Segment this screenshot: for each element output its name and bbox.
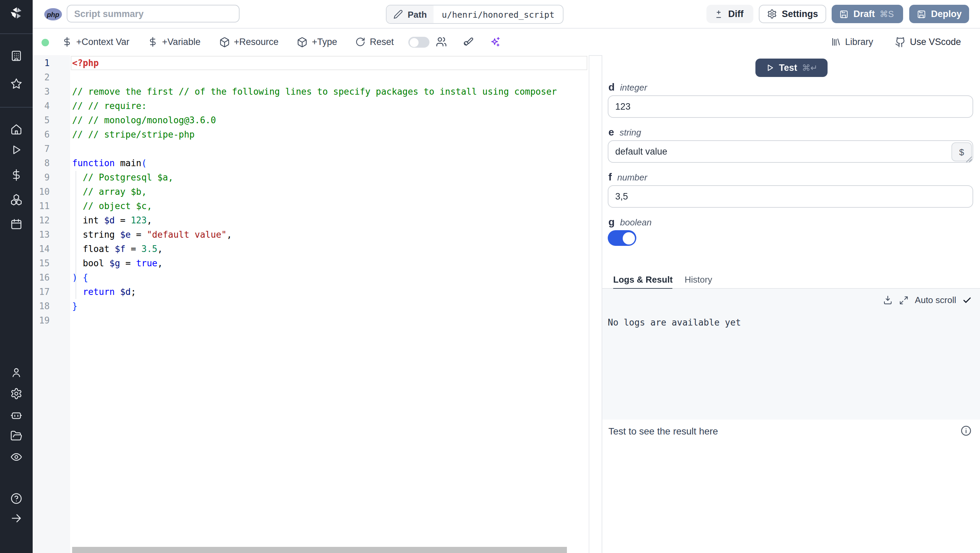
- format-brush-icon[interactable]: [462, 36, 474, 48]
- settings-gear-icon[interactable]: [10, 387, 22, 400]
- sidebar-divider: [0, 107, 33, 108]
- favorites-star-icon[interactable]: [10, 78, 22, 90]
- field-toggle-g[interactable]: [608, 230, 636, 246]
- path-label: Path: [408, 9, 427, 19]
- workers-robot-icon[interactable]: [10, 409, 22, 422]
- settings-button[interactable]: Settings: [759, 5, 826, 23]
- schedules-calendar-icon[interactable]: [10, 218, 22, 230]
- multiplayer-toggle[interactable]: [408, 37, 430, 48]
- add-resource-button[interactable]: +Resource: [219, 37, 278, 47]
- user-icon[interactable]: [10, 367, 22, 379]
- field-input-d[interactable]: [608, 96, 973, 118]
- home-icon[interactable]: [10, 123, 22, 135]
- add-context-var-button[interactable]: +Context Var: [62, 37, 129, 47]
- auto-scroll-label[interactable]: Auto scroll: [915, 295, 956, 305]
- gear-icon: [767, 9, 777, 19]
- deploy-button[interactable]: Deploy: [909, 5, 969, 23]
- draft-shortcut: ⌘S: [880, 9, 894, 19]
- field-type: boolean: [620, 217, 652, 228]
- code-line[interactable]: 11 // object $c,: [33, 199, 589, 213]
- script-summary-input[interactable]: [67, 5, 240, 22]
- pencil-icon: [393, 10, 403, 19]
- code-line[interactable]: 15 bool $g = true,: [33, 256, 589, 270]
- library-button[interactable]: Library: [830, 37, 873, 47]
- code-line[interactable]: 9 // Postgresql $a,: [33, 170, 589, 185]
- code-line[interactable]: 13 string $e = "default value",: [33, 228, 589, 242]
- add-type-button[interactable]: +Type: [297, 37, 337, 47]
- horizontal-scrollbar[interactable]: [72, 547, 567, 553]
- draft-button[interactable]: Draft ⌘S: [832, 5, 903, 23]
- collaborators-icon[interactable]: [436, 36, 447, 48]
- code-line[interactable]: 2: [33, 70, 589, 84]
- editor-toolbar: +Context Var +Variable +Resource +Type R…: [33, 29, 980, 56]
- code-line[interactable]: 14 float $f = 3.5,: [33, 242, 589, 256]
- workspace-icon[interactable]: [10, 50, 22, 62]
- line-number: 2: [33, 70, 50, 84]
- line-number: 8: [33, 156, 50, 170]
- variables-dollar-icon[interactable]: [10, 169, 22, 181]
- line-number: 18: [33, 299, 50, 313]
- field-input-e[interactable]: default value: [608, 140, 973, 163]
- test-button-label: Test: [779, 63, 797, 73]
- line-number: 13: [33, 228, 50, 242]
- code-line[interactable]: 3// remove the first // of the following…: [33, 84, 589, 99]
- code-editor[interactable]: 1<?php23// remove the first // of the fo…: [33, 55, 589, 553]
- expand-logs-icon[interactable]: [899, 295, 909, 305]
- windmill-logo-icon[interactable]: [10, 7, 22, 19]
- info-icon[interactable]: [960, 425, 972, 437]
- code-line[interactable]: 6// // stripe/stripe-php: [33, 127, 589, 142]
- resize-handle-icon[interactable]: [966, 156, 972, 163]
- code-line[interactable]: 16) {: [33, 270, 589, 285]
- line-number: 7: [33, 142, 50, 156]
- code-line[interactable]: 8function main(: [33, 156, 589, 170]
- package-icon: [219, 37, 230, 47]
- reset-button[interactable]: Reset: [356, 37, 394, 47]
- toggle-knob: [622, 232, 635, 244]
- field-type: number: [617, 172, 647, 183]
- reset-label: Reset: [370, 37, 394, 47]
- test-button[interactable]: Test ⌘↵: [756, 59, 827, 77]
- path-button[interactable]: Path u/henri/honored_script: [386, 5, 563, 24]
- folders-icon[interactable]: [10, 430, 22, 442]
- diff-button[interactable]: Diff: [706, 5, 753, 23]
- sidebar: [0, 0, 33, 553]
- line-number: 15: [33, 256, 50, 270]
- code-line[interactable]: 12 int $d = 123,: [33, 213, 589, 228]
- code-line[interactable]: 17 return $d;: [33, 285, 589, 299]
- line-number: 3: [33, 84, 50, 99]
- audit-logs-eye-icon[interactable]: [10, 451, 22, 463]
- download-logs-icon[interactable]: [883, 295, 893, 305]
- tab-logs-result[interactable]: Logs & Result: [613, 270, 673, 289]
- toggle-knob: [409, 38, 418, 47]
- add-resource-label: +Resource: [234, 37, 278, 47]
- code-line[interactable]: 1<?php: [33, 56, 589, 70]
- logs-empty-message: No logs are available yet: [608, 317, 741, 328]
- auto-scroll-check-icon[interactable]: [962, 295, 972, 305]
- code-line[interactable]: 7: [33, 142, 589, 156]
- save-icon: [917, 9, 926, 19]
- php-language-badge: php: [44, 8, 62, 21]
- ai-sparkles-icon[interactable]: [489, 36, 501, 48]
- diff-icon: [714, 9, 724, 19]
- expand-sidebar-arrow-icon[interactable]: [10, 512, 22, 524]
- tab-history[interactable]: History: [685, 270, 712, 288]
- code-line[interactable]: 19: [33, 313, 589, 328]
- resources-cubes-icon[interactable]: [10, 193, 22, 206]
- code-line[interactable]: 10 // array $b,: [33, 185, 589, 199]
- path-value: u/henri/honored_script: [434, 5, 563, 23]
- add-variable-button[interactable]: +Variable: [148, 37, 200, 47]
- line-number: 4: [33, 99, 50, 113]
- line-number: 17: [33, 285, 50, 299]
- use-vscode-button[interactable]: Use VScode: [895, 37, 961, 47]
- library-label: Library: [845, 37, 873, 47]
- field-input-f[interactable]: [608, 185, 973, 208]
- code-line[interactable]: 18}: [33, 299, 589, 313]
- dollar-icon: [148, 37, 158, 47]
- test-shortcut: ⌘↵: [802, 63, 818, 73]
- runs-play-icon[interactable]: [10, 144, 22, 156]
- code-line[interactable]: 4// // require:: [33, 99, 589, 113]
- field-type: integer: [620, 83, 647, 92]
- code-line[interactable]: 5// // monolog/monolog@3.6.0: [33, 113, 589, 127]
- result-tabs: Logs & Result History: [602, 270, 980, 289]
- help-icon[interactable]: [10, 492, 22, 505]
